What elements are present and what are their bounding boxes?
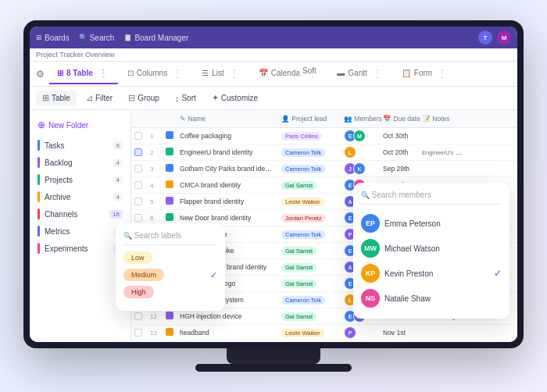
filter-icon: ⊿ (86, 93, 93, 103)
soft-label: Soft (299, 66, 320, 76)
td-name: Coffee packaging (177, 130, 278, 141)
sort-icon: ↕ (175, 94, 180, 103)
user-avatar-m: M (497, 30, 511, 45)
breadcrumb: Project Tracker Overview (30, 48, 517, 62)
td-members: EM (341, 128, 380, 144)
natalie-name: Natalie Shaw (384, 294, 431, 303)
group-btn[interactable]: ⊟ Group (122, 91, 166, 105)
table-row: 3 Gotham City Parks brand identity Camer… (131, 161, 517, 177)
members-search[interactable]: 🔍 Search members (361, 191, 502, 205)
labels-search[interactable]: 🔍 Search labels (123, 231, 217, 245)
table-row: 14 notebook computer Bailey Mi'ce EM Nov… (131, 341, 517, 342)
th-lead[interactable]: 👤 Project lead (278, 113, 341, 124)
member-item-kevin[interactable]: KP Kevin Preston ✓ (361, 261, 502, 286)
member-item-michael[interactable]: MW Michael Watson (361, 236, 502, 261)
td-notes (419, 134, 466, 137)
th-due[interactable]: 📅 Due date (380, 113, 419, 124)
settings-icon[interactable]: ⚙ (33, 69, 48, 80)
customize-icon: ✦ (212, 93, 219, 103)
high-badge[interactable]: High (123, 286, 154, 298)
th-notes[interactable]: 📝 Notes (419, 113, 466, 124)
michael-name: Michael Watson (384, 244, 440, 253)
sort-btn[interactable]: ↕ Sort (169, 91, 202, 105)
natalie-avatar: NS (361, 289, 380, 308)
sidebar-item-archive[interactable]: Archive 4 (30, 188, 130, 205)
member-item-natalie[interactable]: NS Natalie Shaw (361, 286, 502, 311)
labels-floating-panel: 🔍 Search labels Low Medium ✓ High (116, 223, 225, 311)
gantt-icon: ▬ (337, 69, 345, 77)
columns-icon: ⊡ (127, 69, 134, 77)
plus-icon: ⊕ (38, 119, 45, 130)
nav-board-manager[interactable]: 📋 Board Manager (123, 34, 188, 42)
table-row: 2 EngineerU brand identity Cameron Tolk … (131, 144, 517, 161)
label-item-low[interactable]: Low (123, 251, 217, 264)
kevin-check: ✓ (494, 268, 502, 279)
label-item-high[interactable]: High (123, 286, 217, 298)
sidebar: ⊕ New Folder Tasks 6 Backlog (30, 110, 131, 342)
monitor-stand (227, 348, 320, 364)
board-manager-icon: 📋 (123, 34, 132, 41)
search-icon: 🔍 (79, 34, 88, 41)
tab-sep3: ⋮ (227, 67, 241, 80)
td-lead: Paris Collins (278, 130, 341, 142)
tab-columns[interactable]: ⊡ Columns ⋮ (120, 64, 192, 84)
th-name[interactable]: ✎ Name (177, 113, 278, 124)
tasks-badge: 6 (113, 141, 123, 150)
experiments-color-dot (38, 243, 40, 254)
label-item-medium[interactable]: Medium ✓ (123, 269, 217, 281)
search-members-icon: 🔍 (361, 191, 372, 199)
filter-btn[interactable]: ⊿ Filter (80, 91, 119, 105)
tab-sep2: ⋮ (170, 67, 184, 80)
new-folder-btn[interactable]: ⊕ New Folder (30, 116, 130, 137)
metrics-color-dot (38, 226, 40, 237)
th-done (131, 113, 147, 124)
td-checkbox[interactable] (131, 130, 147, 141)
user-avatar-t: T (478, 30, 492, 45)
nav-search[interactable]: 🔍 Search (79, 34, 115, 42)
projects-color-dot (38, 174, 40, 185)
table-row: 1 Coffee packaging Paris Collins EM Oct … (131, 128, 517, 144)
monitor-base (195, 364, 352, 372)
sidebar-item-tasks-left: Tasks (38, 140, 65, 151)
emma-avatar: EP (361, 214, 380, 233)
medium-badge[interactable]: Medium (123, 269, 164, 281)
low-badge[interactable]: Low (123, 251, 152, 264)
table-icon: ⊞ (57, 69, 63, 77)
top-nav: ⊞ Boards 🔍 Search 📋 Board Manager T M (30, 27, 517, 48)
tab-row: ⚙ ⊞ 8 Table ⋮ ⊡ Columns ⋮ ☰ List ⋮ 📅 (30, 62, 517, 87)
th-priority (163, 113, 177, 124)
member-item-emma[interactable]: EP Emma Peterson (361, 211, 502, 236)
th-members[interactable]: 👥 Members (341, 113, 380, 124)
boards-icon: ⊞ (36, 34, 42, 41)
monitor-wrapper: ⊞ Boards 🔍 Search 📋 Board Manager T M (23, 20, 524, 372)
toolbar-row: ⊞ Table ⊿ Filter ⊟ Group ↕ Sort ✦ Cust (30, 87, 517, 110)
sidebar-item-tasks[interactable]: Tasks 6 (30, 137, 130, 154)
toolbar-table-btn[interactable]: ⊞ Table (36, 91, 77, 105)
customize-btn[interactable]: ✦ Customize (206, 91, 264, 105)
list-icon: ☰ (202, 69, 209, 77)
top-nav-right: T M (478, 30, 511, 45)
sidebar-item-backlog[interactable]: Backlog 4 (30, 154, 130, 171)
td-priority (163, 130, 177, 142)
tab-form[interactable]: 📋 Form ⋮ (394, 64, 457, 84)
archive-color-dot (38, 191, 40, 202)
sidebar-item-channels[interactable]: Channels 16 (30, 205, 130, 223)
monitor-outer: ⊞ Boards 🔍 Search 📋 Board Manager T M (23, 20, 524, 348)
nav-boards[interactable]: ⊞ Boards (36, 34, 70, 42)
members-floating-panel: 🔍 Search members EP Emma Peterson MW Mic… (353, 183, 509, 319)
kevin-avatar: KP (361, 264, 380, 283)
search-labels-icon: 🔍 (123, 232, 134, 240)
sidebar-item-projects[interactable]: Projects 4 (30, 171, 130, 188)
monitor-screen: ⊞ Boards 🔍 Search 📋 Board Manager T M (30, 27, 517, 342)
backlog-badge: 4 (113, 159, 123, 167)
emma-name: Emma Peterson (384, 219, 441, 228)
td-num: 1 (147, 131, 163, 141)
group-icon: ⊟ (128, 93, 135, 103)
tab-gantt[interactable]: ▬ Gantt ⋮ (329, 64, 391, 84)
channels-badge: 16 (109, 210, 123, 219)
tab-list[interactable]: ☰ List ⋮ (194, 64, 249, 84)
member-emma-left: EP Emma Peterson (361, 214, 441, 233)
kevin-name: Kevin Preston (384, 269, 433, 278)
archive-badge: 4 (113, 193, 123, 201)
tab-table[interactable]: ⊞ 8 Table ⋮ (49, 64, 118, 84)
